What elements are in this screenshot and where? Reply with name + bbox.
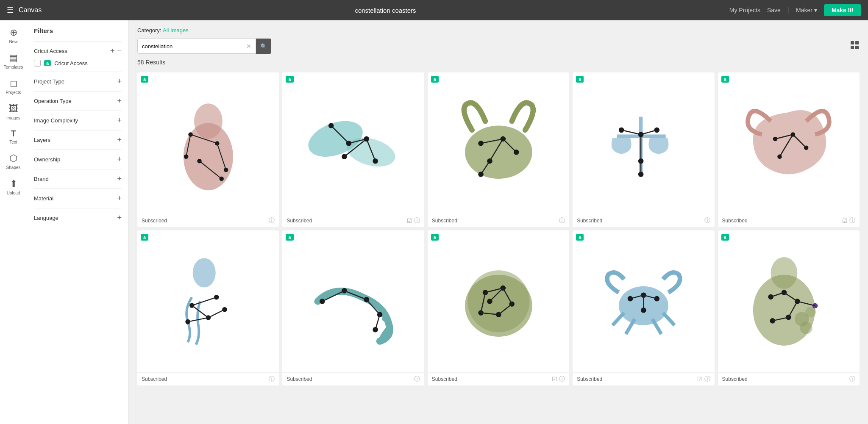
svg-point-12 bbox=[224, 168, 228, 172]
maker-dropdown[interactable]: Maker ▾ bbox=[796, 7, 817, 14]
filter-material: Material + bbox=[34, 188, 122, 208]
filter-brand-header[interactable]: Brand + bbox=[34, 175, 122, 183]
info-icon-10[interactable]: ⓘ bbox=[849, 375, 855, 383]
templates-icon: ▤ bbox=[9, 53, 18, 64]
info-icon-5[interactable]: ⓘ bbox=[849, 217, 855, 224]
info-icon-3[interactable]: ⓘ bbox=[559, 217, 565, 224]
check-icon-9[interactable]: ☑ bbox=[697, 376, 703, 382]
filter-layers-header[interactable]: Layers + bbox=[34, 136, 122, 144]
filter-language-expand-icon[interactable]: + bbox=[117, 213, 122, 222]
upload-icon: ⬆ bbox=[10, 178, 17, 189]
card-footer-6: Subscribed ⓘ bbox=[137, 372, 279, 385]
card-footer-5: Subscribed ☑ ⓘ bbox=[718, 214, 860, 227]
image-card-1[interactable]: a bbox=[137, 72, 279, 227]
svg-point-25 bbox=[373, 158, 378, 164]
filter-ownership-header[interactable]: Ownership + bbox=[34, 155, 122, 164]
shapes-icon: ⬡ bbox=[9, 153, 17, 164]
image-card-6[interactable]: a bbox=[137, 230, 279, 385]
filter-language-label: Language bbox=[34, 215, 58, 221]
card-badge-7: a bbox=[286, 234, 293, 241]
image-card-2[interactable]: a Subsc bbox=[282, 72, 424, 227]
image-card-10[interactable]: a bbox=[718, 230, 860, 385]
svg-rect-2 bbox=[851, 46, 854, 49]
search-button[interactable]: 🔍 bbox=[256, 39, 271, 54]
grid-view-button[interactable] bbox=[850, 41, 860, 52]
svg-point-44 bbox=[654, 127, 659, 133]
card-image-area-8: a bbox=[428, 230, 569, 372]
card-badge-1: a bbox=[141, 76, 148, 83]
card-label-6: Subscribed bbox=[142, 376, 267, 382]
category-value[interactable]: All Images bbox=[163, 27, 189, 33]
svg-line-39 bbox=[621, 130, 641, 134]
make-it-button[interactable]: Make It! bbox=[824, 4, 861, 16]
filter-image-complexity-header[interactable]: Image Complexity + bbox=[34, 116, 122, 125]
image-card-7[interactable]: a bbox=[282, 230, 424, 385]
info-icon-6[interactable]: ⓘ bbox=[269, 375, 275, 383]
chevron-down-icon: ▾ bbox=[814, 7, 817, 14]
svg-point-42 bbox=[619, 127, 624, 133]
check-icon-5[interactable]: ☑ bbox=[842, 217, 848, 224]
icon-sidebar: ⊕ New ▤ Templates ◻ Projects 🖼 Images T … bbox=[0, 20, 27, 424]
filter-language-header[interactable]: Language + bbox=[34, 213, 122, 222]
cricut-access-row: a Cricut Access bbox=[34, 60, 122, 67]
filter-cricut-access-add-icon[interactable]: + bbox=[110, 47, 115, 55]
image-card-5[interactable]: a bbox=[718, 72, 860, 227]
clear-search-icon[interactable]: ✕ bbox=[246, 43, 251, 50]
image-card-4[interactable]: a bbox=[573, 72, 714, 227]
filter-image-complexity-expand-icon[interactable]: + bbox=[117, 116, 122, 125]
filter-ownership-expand-icon[interactable]: + bbox=[117, 155, 122, 164]
card-label-5: Subscribed bbox=[722, 218, 840, 224]
image-card-8[interactable]: a bbox=[428, 230, 569, 385]
image-card-3[interactable]: a bbox=[428, 72, 569, 227]
sidebar-item-upload[interactable]: ⬆ Upload bbox=[0, 175, 27, 199]
card-badge-5: a bbox=[721, 76, 729, 83]
new-icon: ⊕ bbox=[10, 27, 17, 38]
app-title: Canvas bbox=[19, 6, 42, 14]
sidebar-item-text[interactable]: T Text bbox=[0, 125, 27, 148]
card-image-area-1: a bbox=[137, 72, 279, 214]
filter-operation-type-expand-icon[interactable]: + bbox=[117, 97, 122, 105]
filter-material-expand-icon[interactable]: + bbox=[117, 194, 122, 203]
filter-language: Language + bbox=[34, 208, 122, 227]
search-input[interactable] bbox=[142, 43, 246, 50]
card-label-3: Subscribed bbox=[432, 218, 557, 224]
my-projects-link[interactable]: My Projects bbox=[729, 7, 760, 14]
hamburger-icon[interactable]: ☰ bbox=[7, 6, 14, 15]
cricut-access-checkbox[interactable] bbox=[34, 60, 41, 67]
filter-operation-type-header[interactable]: Operation Type + bbox=[34, 97, 122, 105]
filter-cricut-access-header[interactable]: Cricut Access + − bbox=[34, 47, 122, 55]
filter-cricut-access-minus-icon[interactable]: − bbox=[117, 47, 122, 55]
check-icon-2[interactable]: ☑ bbox=[407, 217, 412, 224]
info-icon-1[interactable]: ⓘ bbox=[269, 217, 275, 224]
filter-project-type: Project Type + bbox=[34, 72, 122, 91]
svg-point-22 bbox=[328, 123, 334, 128]
page-title: constellation coasters bbox=[47, 7, 724, 14]
filter-project-type-expand-icon[interactable]: + bbox=[117, 77, 122, 86]
svg-rect-1 bbox=[855, 41, 859, 44]
save-link[interactable]: Save bbox=[767, 7, 781, 14]
filter-material-header[interactable]: Material + bbox=[34, 194, 122, 203]
card-label-9: Subscribed bbox=[577, 376, 695, 382]
sidebar-item-images[interactable]: 🖼 Images bbox=[0, 100, 27, 124]
info-icon-4[interactable]: ⓘ bbox=[704, 217, 710, 224]
filter-project-type-header[interactable]: Project Type + bbox=[34, 77, 122, 86]
main-layout: ⊕ New ▤ Templates ◻ Projects 🖼 Images T … bbox=[0, 20, 868, 424]
info-icon-2[interactable]: ⓘ bbox=[414, 217, 420, 224]
card-footer-3: Subscribed ⓘ bbox=[428, 214, 569, 227]
sidebar-item-templates[interactable]: ▤ Templates bbox=[0, 49, 27, 73]
check-icon-8[interactable]: ☑ bbox=[552, 376, 557, 382]
info-icon-7[interactable]: ⓘ bbox=[414, 375, 420, 383]
image-card-9[interactable]: a bbox=[573, 230, 714, 385]
svg-point-36 bbox=[478, 172, 484, 177]
sidebar-item-projects[interactable]: ◻ Projects bbox=[0, 75, 27, 98]
card-label-2: Subscribed bbox=[287, 218, 405, 224]
sidebar-item-shapes[interactable]: ⬡ Shapes bbox=[0, 150, 27, 173]
info-icon-8[interactable]: ⓘ bbox=[559, 375, 565, 383]
text-label: Text bbox=[9, 140, 17, 144]
card-label-1: Subscribed bbox=[142, 218, 267, 224]
filter-brand-expand-icon[interactable]: + bbox=[117, 175, 122, 183]
sidebar-item-new[interactable]: ⊕ New bbox=[0, 24, 27, 47]
filter-layers-expand-icon[interactable]: + bbox=[117, 136, 122, 144]
card-image-area-2: a bbox=[282, 72, 424, 214]
info-icon-9[interactable]: ⓘ bbox=[704, 375, 710, 383]
